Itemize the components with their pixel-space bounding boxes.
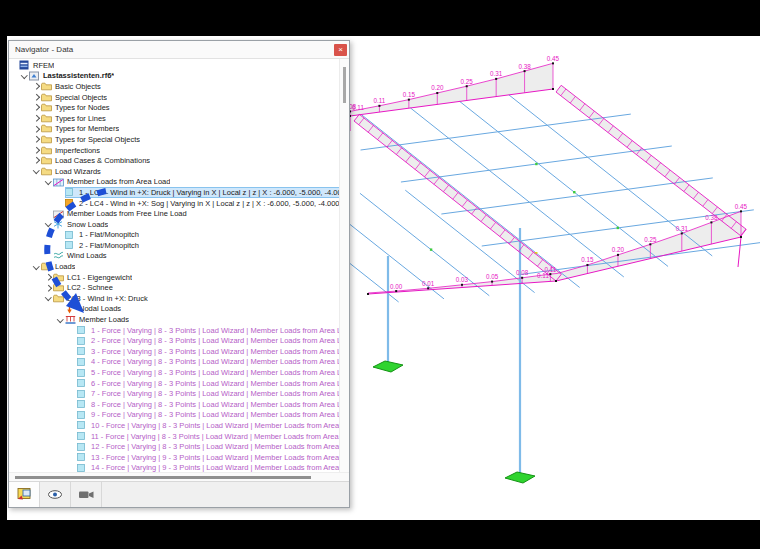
- close-icon[interactable]: ×: [334, 44, 347, 56]
- navigator-tab-camera[interactable]: [71, 482, 102, 507]
- tree-item[interactable]: LC3 - Wind in +X: Druck: [53, 293, 340, 304]
- tree-item-label: Loads: [53, 262, 75, 271]
- tree-expander-spacer: [43, 208, 53, 219]
- svg-text:0.25: 0.25: [644, 236, 657, 243]
- tree-item[interactable]: 8 - Force | Varying | 8 - 3 Points | Loa…: [77, 399, 340, 410]
- tree-item[interactable]: LC1 - Eigengewicht: [53, 272, 340, 283]
- tree-expander-open-icon[interactable]: [31, 261, 41, 272]
- tree-expander-closed-icon[interactable]: [31, 102, 41, 113]
- tree-expander-open-icon[interactable]: [43, 293, 53, 304]
- tree-item[interactable]: 1 - LC3 - Wind in +X: Druck | Varying in…: [65, 187, 340, 198]
- tree-item[interactable]: RFEM: [19, 60, 340, 71]
- tree-item-label: 1 - LC3 - Wind in +X: Druck | Varying in…: [77, 188, 340, 197]
- tree-item[interactable]: 10 - Force | Varying | 8 - 3 Points | Lo…: [77, 420, 340, 431]
- tree-item-label: Load Cases & Combinations: [53, 156, 150, 165]
- tree-item[interactable]: Load Cases & Combinations: [41, 155, 340, 166]
- tree-expander-closed-icon[interactable]: [43, 272, 53, 283]
- tree-expander-closed-icon[interactable]: [31, 155, 41, 166]
- tree-item-label: Types for Members: [53, 124, 119, 133]
- tree-expander-closed-icon[interactable]: [31, 81, 41, 92]
- tree-item[interactable]: 13 - Force | Varying | 9 - 3 Points | Lo…: [77, 452, 340, 463]
- tree-item[interactable]: Snow Loads: [53, 219, 340, 230]
- swatch-cyan-icon: [77, 337, 89, 345]
- tree-item[interactable]: LC2 - Schnee: [53, 282, 340, 293]
- tree-item[interactable]: Loads: [41, 261, 340, 272]
- tree-row: 1 - Force | Varying | 8 - 3 Points | Loa…: [9, 325, 340, 336]
- tree-expander-open-icon[interactable]: [43, 219, 53, 230]
- tree-item[interactable]: Imperfections: [41, 145, 340, 156]
- horizontal-scrollbar[interactable]: [9, 472, 349, 481]
- tree-item-label: Load Wizards: [53, 167, 101, 176]
- tree-item[interactable]: 5 - Force | Varying | 8 - 3 Points | Loa…: [77, 367, 340, 378]
- tree-row: 11 - Force | Varying | 8 - 3 Points | Lo…: [9, 431, 340, 442]
- tree-item-label: 11 - Force | Varying | 8 - 3 Points | Lo…: [89, 432, 340, 441]
- tree-expander-open-icon[interactable]: [31, 166, 41, 177]
- tree-item[interactable]: Member Loads from Area Load: [53, 177, 340, 188]
- tree-expander-open-icon[interactable]: [55, 314, 65, 325]
- tree-item-label: 6 - Force | Varying | 8 - 3 Points | Loa…: [89, 379, 340, 388]
- tree-item-label: Member Loads: [77, 315, 129, 324]
- tree-item[interactable]: Types for Members: [41, 124, 340, 135]
- swatch-cyan-icon: [65, 188, 77, 196]
- tree-item[interactable]: 2 - LC4 - Wind in +X: Sog | Varying in X…: [65, 198, 340, 209]
- panel-titlebar[interactable]: Navigator - Data ×: [9, 41, 349, 59]
- horizontal-scrollbar-thumb[interactable]: [15, 476, 311, 479]
- tree-item[interactable]: 4 - Force | Varying | 8 - 3 Points | Loa…: [77, 357, 340, 368]
- tree-expander-spacer: [67, 452, 77, 463]
- tree-item[interactable]: Types for Lines: [41, 113, 340, 124]
- tree-item-label: 5 - Force | Varying | 8 - 3 Points | Loa…: [89, 368, 340, 377]
- tree-item[interactable]: 3 - Force | Varying | 8 - 3 Points | Loa…: [77, 346, 340, 357]
- vertical-scrollbar-thumb[interactable]: [343, 67, 346, 103]
- tree-expander-spacer: [55, 198, 65, 209]
- tree-row: Types for Special Objects: [9, 134, 340, 145]
- navigator-tab-eye[interactable]: [40, 482, 71, 507]
- tree-item[interactable]: 2 - Force | Varying | 8 - 3 Points | Loa…: [77, 335, 340, 346]
- tree-row: LC3 - Wind in +X: Druck: [9, 293, 340, 304]
- tree-item[interactable]: Types for Special Objects: [41, 134, 340, 145]
- tree-expander-closed-icon[interactable]: [43, 282, 53, 293]
- tree-item[interactable]: 2 - Flat/Monopitch: [65, 240, 340, 251]
- tree-item[interactable]: 1 - Force | Varying | 8 - 3 Points | Loa…: [77, 325, 340, 336]
- snow-icon: [53, 219, 65, 229]
- tree-row: 10 - Force | Varying | 8 - 3 Points | Lo…: [9, 420, 340, 431]
- tree-item[interactable]: 12 - Force | Varying | 8 - 3 Points | Lo…: [77, 441, 340, 452]
- tree-item-label: 2 - LC4 - Wind in +X: Sog | Varying in X…: [77, 199, 340, 208]
- tree-item[interactable]: Special Objects: [41, 92, 340, 103]
- tree-expander-open-icon[interactable]: [19, 71, 29, 82]
- tree-item[interactable]: Nodal Loads: [65, 304, 340, 315]
- tree-expander-closed-icon[interactable]: [31, 92, 41, 103]
- tree-item[interactable]: Load Wizards: [41, 166, 340, 177]
- tree-item[interactable]: 14 - Force | Varying | 9 - 3 Points | Lo…: [77, 463, 340, 472]
- tree-expander-open-icon[interactable]: [43, 177, 53, 188]
- tree-row: Loads: [9, 261, 340, 272]
- tree-item[interactable]: 11 - Force | Varying | 8 - 3 Points | Lo…: [77, 431, 340, 442]
- tree-item[interactable]: 6 - Force | Varying | 8 - 3 Points | Loa…: [77, 378, 340, 389]
- tree-item[interactable]: Member Loads from Free Line Load: [53, 208, 340, 219]
- navigator-tab-data-navigator[interactable]: [9, 482, 40, 507]
- tree-item[interactable]: 1 - Flat/Monopitch: [65, 230, 340, 241]
- vertical-scrollbar[interactable]: [339, 59, 349, 472]
- tree-item[interactable]: Basic Objects: [41, 81, 340, 92]
- tree-expander-closed-icon[interactable]: [31, 145, 41, 156]
- tree-item[interactable]: Wind Loads: [53, 251, 340, 262]
- svg-text:0.38: 0.38: [705, 214, 718, 221]
- tree-item[interactable]: Lastassistenten.rf6*: [29, 71, 340, 82]
- tree-expander-spacer: [67, 325, 77, 336]
- tree-expander-closed-icon[interactable]: [31, 134, 41, 145]
- tree-row: Types for Members: [9, 124, 340, 135]
- tree-item[interactable]: Types for Nodes: [41, 102, 340, 113]
- tree-row: Nodal Loads: [9, 304, 340, 315]
- data-navigator-icon: [17, 486, 32, 504]
- tree-expander-spacer: [67, 431, 77, 442]
- tree-item[interactable]: 9 - Force | Varying | 8 - 3 Points | Loa…: [77, 410, 340, 421]
- svg-text:0.11: 0.11: [374, 97, 386, 104]
- tree-item[interactable]: 7 - Force | Varying | 8 - 3 Points | Loa…: [77, 388, 340, 399]
- tree-expander-closed-icon[interactable]: [31, 124, 41, 135]
- tree-expander-spacer: [67, 357, 77, 368]
- tree-item[interactable]: Member Loads: [65, 314, 340, 325]
- folder-icon: [41, 146, 53, 155]
- tree-item-label: Member Loads from Free Line Load: [65, 209, 187, 218]
- tree-row: Snow Loads: [9, 219, 340, 230]
- tree-expander-closed-icon[interactable]: [31, 113, 41, 124]
- folder-icon: [41, 82, 53, 91]
